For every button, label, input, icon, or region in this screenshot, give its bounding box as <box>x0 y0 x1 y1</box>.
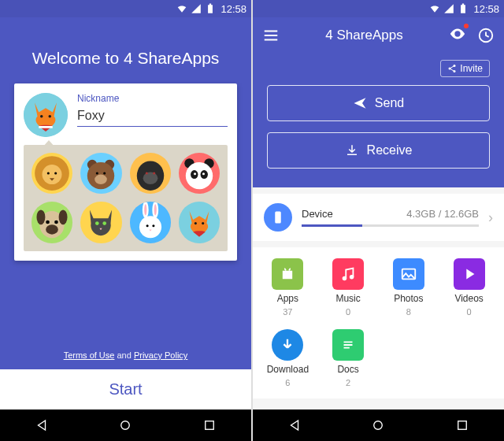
visibility-button[interactable] <box>449 25 466 46</box>
svg-point-4 <box>43 165 62 184</box>
chevron-right-icon: › <box>488 209 493 226</box>
avatar-option-bear[interactable] <box>80 153 121 194</box>
privacy-link[interactable]: Privacy Policy <box>134 350 187 360</box>
gorilla-icon <box>131 154 170 193</box>
battery-icon <box>205 3 216 14</box>
svg-point-34 <box>144 205 146 216</box>
svg-point-25 <box>37 210 46 225</box>
nickname-label: Nickname <box>77 93 228 104</box>
status-bar: 12:58 <box>253 0 504 17</box>
svg-point-14 <box>143 172 158 185</box>
avatar-option-panda[interactable] <box>179 153 220 194</box>
start-button[interactable]: Start <box>0 369 251 410</box>
android-nav-bar <box>253 410 504 441</box>
svg-point-50 <box>343 276 347 281</box>
category-apps[interactable]: Apps37 <box>258 258 318 317</box>
avatar-option-lion[interactable] <box>32 153 72 194</box>
status-time: 12:58 <box>473 3 499 15</box>
notification-dot <box>464 24 469 28</box>
status-time: 12:58 <box>220 3 246 15</box>
onboarding-screen: 12:58 Welcome to 4 ShareApps Nickname <box>0 0 251 441</box>
avatar-option-fox[interactable] <box>179 202 220 243</box>
nickname-input[interactable] <box>77 106 228 127</box>
legal-links: Terms of Use and Privacy Policy <box>0 341 251 369</box>
send-button[interactable]: Send <box>267 85 490 121</box>
category-photos[interactable]: Photos8 <box>379 258 439 317</box>
svg-point-51 <box>350 275 354 280</box>
svg-point-6 <box>54 172 57 175</box>
svg-point-23 <box>202 172 205 175</box>
svg-point-39 <box>195 222 197 224</box>
lion-icon <box>32 154 72 193</box>
avatar-option-cat[interactable] <box>80 202 121 243</box>
battery-icon <box>458 3 469 14</box>
fox-icon <box>180 202 219 242</box>
eye-icon <box>449 25 466 43</box>
history-icon[interactable] <box>477 27 495 44</box>
svg-point-31 <box>103 222 107 226</box>
svg-point-26 <box>59 210 68 225</box>
welcome-title: Welcome to 4 ShareApps <box>0 49 251 68</box>
recents-icon[interactable] <box>455 418 469 432</box>
svg-point-11 <box>96 172 98 175</box>
menu-icon[interactable] <box>262 27 280 44</box>
category-videos[interactable]: Videos0 <box>439 258 499 317</box>
home-icon[interactable] <box>118 418 132 432</box>
svg-point-36 <box>139 217 161 239</box>
category-download[interactable]: Download6 <box>258 329 318 387</box>
avatar-option-rabbit[interactable] <box>130 202 171 243</box>
avatar-option-gorilla[interactable] <box>130 153 171 194</box>
svg-point-48 <box>285 269 287 271</box>
svg-point-37 <box>146 225 148 228</box>
category-music[interactable]: Music0 <box>318 258 379 317</box>
bear-icon <box>81 154 120 193</box>
svg-rect-47 <box>275 212 281 224</box>
avatar-option-pug[interactable] <box>32 202 72 243</box>
terms-link[interactable]: Terms of Use <box>64 350 115 360</box>
svg-point-28 <box>46 220 50 224</box>
home-icon[interactable] <box>371 418 385 432</box>
signal-icon <box>191 3 202 14</box>
svg-point-38 <box>152 225 154 228</box>
back-icon[interactable] <box>35 418 49 432</box>
home-screen: 12:58 4 ShareApps Invite Send Receive <box>253 0 504 441</box>
recents-icon[interactable] <box>202 418 217 432</box>
selected-avatar[interactable] <box>24 93 68 137</box>
svg-point-5 <box>47 172 50 175</box>
phone-icon <box>264 203 292 232</box>
pug-icon <box>32 202 72 242</box>
back-icon[interactable] <box>287 418 302 432</box>
svg-point-12 <box>104 172 106 175</box>
profile-card: Nickname <box>14 83 237 261</box>
avatar-grid <box>24 145 228 251</box>
receive-button[interactable]: Receive <box>267 132 490 169</box>
svg-point-41 <box>121 421 130 430</box>
panda-icon <box>180 154 219 193</box>
download-icon <box>279 336 296 354</box>
popover-arrow <box>43 140 55 147</box>
android-nav-bar <box>0 410 251 441</box>
svg-point-15 <box>145 172 147 175</box>
svg-rect-42 <box>206 421 214 430</box>
device-storage-row[interactable]: Device 4.3GB / 12.6GB › <box>253 194 504 241</box>
cat-icon <box>81 202 120 242</box>
svg-point-40 <box>202 222 204 224</box>
play-icon <box>461 265 478 283</box>
device-label: Device <box>302 208 333 220</box>
svg-point-35 <box>154 205 156 216</box>
svg-point-30 <box>95 222 99 226</box>
android-icon <box>279 265 296 283</box>
wifi-icon <box>429 3 440 14</box>
svg-point-10 <box>95 175 108 185</box>
wifi-icon <box>176 3 187 14</box>
doc-icon <box>339 336 357 354</box>
device-usage: 4.3GB / 12.6GB <box>406 208 479 220</box>
download-icon <box>345 143 359 158</box>
svg-point-16 <box>153 172 155 175</box>
storage-progress <box>302 224 479 227</box>
invite-button[interactable]: Invite <box>440 60 490 77</box>
signal-icon <box>443 3 454 14</box>
rabbit-icon <box>131 202 170 242</box>
svg-point-53 <box>374 421 383 430</box>
category-docs[interactable]: Docs2 <box>318 329 379 387</box>
